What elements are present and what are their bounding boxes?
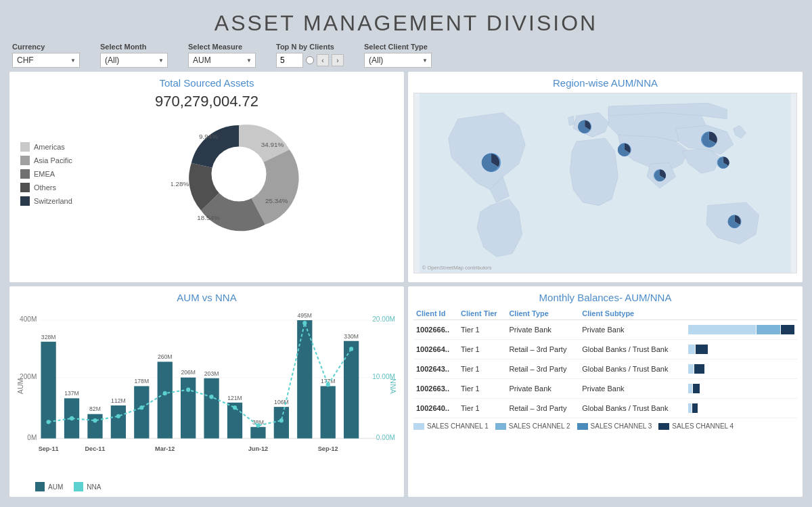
bar-203 [204,378,219,439]
sc2-legend: SALES CHANNEL 2 [495,422,570,430]
cell-type-5: Retail – 3rd Party [506,399,579,418]
bar-sc1-5 [688,403,692,413]
cell-type-3: Retail – 3rd Party [506,359,579,379]
nna-dot-5 [139,405,143,410]
month-select[interactable]: (All) [100,53,168,68]
tsa-panel: Total Sourced Assets 970,279,004.72 Amer… [9,72,404,282]
legend-box-aum [35,482,45,491]
nna-dot-12 [302,321,307,325]
sc4-legend: SALES CHANNEL 4 [658,422,734,430]
measure-control: Select Measure AUM [188,43,256,68]
measure-label: Select Measure [188,43,256,51]
aum-axis-label: AUM [17,378,24,395]
cell-type-1: Private Bank [506,320,579,340]
cell-type-2: Retail – 3rd Party [506,340,579,359]
y-right-0: 0.00M [376,434,395,441]
legend-emea: EMEA [20,169,72,179]
table-row: 1002663.. Tier 1 Private Bank Private Ba… [413,379,797,399]
col-client-subtype: Client Subtype [579,307,685,320]
topn-radio[interactable] [306,56,314,64]
main-grid: Total Sourced Assets 970,279,004.72 Amer… [5,72,807,501]
region-map-panel: Region-wise AUM/NNA [408,72,803,282]
topn-input[interactable] [276,53,303,68]
bar-label-82: 82M [89,405,101,412]
x-label-sep11: Sep-11 [39,445,59,451]
month-control: Select Month (All) [100,43,168,68]
page-title: ASSET MANAGEMENT DIVISION [5,11,807,36]
nna-dot-8 [210,395,214,399]
legend-box-nna [74,482,83,491]
bar-sc4-5 [692,403,698,413]
bar-sc4-3 [694,364,704,374]
region-map-title: Region-wise AUM/NNA [413,77,797,89]
bar-label-495: 495M [298,312,313,319]
cell-id-3: 1002643.. [413,359,458,379]
nna-dot-10 [256,423,260,427]
nna-dot-14 [349,347,353,351]
monthly-balances-panel: Monthly Balances- AUM/NNA Client Id Clie… [408,286,803,497]
bar-sc4-1 [781,325,794,334]
mb-table: Client Id Client Tier Client Type Client… [413,307,797,418]
nna-dot-11 [279,418,284,422]
donut-hole [211,147,266,202]
sc3-legend-box [577,423,588,430]
measure-select-wrapper[interactable]: AUM [188,53,256,68]
sc1-legend: SALES CHANNEL 1 [413,422,489,430]
y-right-20: 20.00M [372,315,395,323]
currency-label: Currency [12,43,80,51]
topn-next-btn[interactable]: › [332,54,344,66]
nna-dot-3 [93,418,97,422]
legend-americas: Americas [20,142,72,152]
pct-label-swiss: 9.94% [199,133,218,140]
cell-subtype-5: Global Banks / Trust Bank [579,399,685,418]
col-client-id: Client Id [413,307,458,320]
legend-aum: AUM [35,482,63,491]
bar-sc1-1 [688,325,756,334]
currency-control: Currency CHF [12,43,80,68]
cell-type-4: Private Bank [506,379,579,399]
aum-nna-chart: 400M 200M 0M 20.00M 10.00M 0.00M AUM NNA [15,307,399,479]
sc2-label: SALES CHANNEL 2 [509,422,570,430]
bar-label-203: 203M [204,370,219,376]
bar-mar12 [134,386,149,438]
bar-sc1-2 [688,345,695,354]
legend-color-others [20,183,30,192]
bar-label-dec11a: 137M [64,390,79,397]
aum-nna-svg: 400M 200M 0M 20.00M 10.00M 0.00M AUM NNA [15,307,399,479]
y-label-0: 0M [27,434,37,441]
topn-prev-btn[interactable]: ‹ [317,54,329,66]
x-label-jun12: Jun-12 [248,445,268,451]
legend-color-americas [20,142,30,152]
table-row: 1002643.. Tier 1 Retail – 3rd Party Glob… [413,359,797,379]
bar-sc1-3 [688,364,694,374]
bar-sc1-4 [688,384,692,393]
sc1-label: SALES CHANNEL 1 [427,422,489,430]
client-type-select[interactable]: (All) [364,53,432,68]
month-select-wrapper[interactable]: (All) [100,53,168,68]
client-type-control: Select Client Type (All) [364,43,432,68]
bar-cell-5 [685,399,797,418]
table-row: 1002666.. Tier 1 Private Bank Private Ba… [413,320,797,340]
client-type-select-wrapper[interactable]: (All) [364,53,432,68]
pct-label-others: 11.28% [171,180,189,188]
currency-select[interactable]: CHF [12,53,80,68]
pct-label-emea: 18.54% [197,214,220,221]
cell-subtype-3: Global Banks / Trust Bank [579,359,685,379]
bar-label-260: 260M [158,353,173,360]
page-wrapper: ASSET MANAGEMENT DIVISION Currency CHF S… [0,0,812,507]
mb-title: Monthly Balances- AUM/NNA [413,292,797,303]
nna-dot-6 [163,391,167,395]
cell-id-2: 1002664.. [413,340,458,359]
controls-bar: Currency CHF Select Month (All) Select M… [5,39,807,72]
nna-axis-label: NNA [389,378,397,393]
bar-label-121: 121M [227,394,242,401]
legend-apac: Asia Pacific [20,156,72,165]
sc3-label: SALES CHANNEL 3 [591,422,652,430]
cell-tier-1: Tier 1 [458,320,506,340]
bar-495 [297,320,312,439]
currency-select-wrapper[interactable]: CHF [12,53,80,68]
legend-others: Others [20,183,72,192]
legend-label-apac: Asia Pacific [34,156,72,164]
tsa-value: 970,279,004.72 [155,93,258,110]
measure-select[interactable]: AUM [188,53,256,68]
